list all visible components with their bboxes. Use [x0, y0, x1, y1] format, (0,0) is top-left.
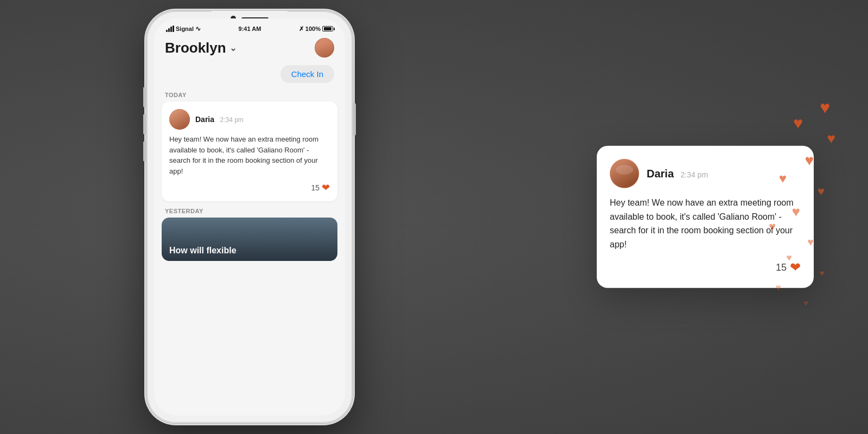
battery-icon — [322, 26, 333, 31]
image-background: How will flexible — [162, 218, 337, 261]
battery-area: ✗ 100% — [299, 25, 333, 33]
user-avatar[interactable] — [315, 38, 334, 58]
heart-deco-10: ♥ — [820, 269, 825, 278]
avatar-face — [315, 39, 334, 57]
app-title-area[interactable]: Brooklyn ⌄ — [165, 40, 237, 56]
reaction-count: 15 — [311, 183, 320, 192]
floating-avatar — [610, 159, 639, 188]
message-body: Hey team! We now have an extra meeting r… — [169, 134, 330, 176]
time-display: 9:41 AM — [239, 25, 261, 32]
floating-message-body: Hey team! We now have an extra meeting r… — [610, 196, 801, 251]
checkin-area: Check In — [154, 62, 345, 86]
message-author-name: Daria — [195, 115, 214, 124]
avatar-face-detail — [169, 109, 190, 130]
chevron-down-icon: ⌄ — [229, 43, 237, 53]
message-timestamp: 2:34 pm — [220, 116, 243, 124]
heart-deco-5: ♥ — [818, 184, 825, 199]
heart-deco-1: ♥ — [793, 114, 803, 132]
wifi-icon: ∿ — [195, 25, 201, 33]
workspace-name: Brooklyn — [165, 40, 226, 56]
heart-reaction-icon: ❤ — [322, 182, 330, 194]
message-header: Daria 2:34 pm — [169, 109, 330, 130]
floating-heart-icon: ❤ — [790, 260, 801, 275]
image-card[interactable]: How will flexible — [162, 218, 337, 261]
signal-text: Signal — [176, 25, 194, 32]
phone-frame: Signal ∿ 9:41 AM ✗ 100% Brooklyn ⌄ — [146, 11, 353, 423]
heart-deco-12: ♥ — [803, 298, 808, 308]
message-card[interactable]: Daria 2:34 pm Hey team! We now have an e… — [162, 101, 337, 201]
message-meta: Daria 2:34 pm — [195, 114, 244, 124]
today-section-label: TODAY — [154, 86, 345, 101]
floating-meta: Daria 2:34 pm — [647, 167, 708, 180]
yesterday-section-label: YESTERDAY — [154, 201, 345, 218]
floating-message-card: Daria 2:34 pm Hey team! We now have an e… — [597, 146, 814, 288]
heart-deco-2: ♥ — [827, 130, 835, 147]
status-bar: Signal ∿ 9:41 AM ✗ 100% — [154, 18, 345, 33]
image-card-text: How will flexible — [169, 246, 237, 256]
signal-label: Signal ∿ — [166, 25, 201, 33]
heart-deco-0: ♥ — [820, 98, 830, 118]
message-reactions[interactable]: 15 ❤ — [169, 182, 330, 194]
bt-icon: ✗ — [299, 25, 304, 33]
phone-mockup: Signal ∿ 9:41 AM ✗ 100% Brooklyn ⌄ — [146, 11, 353, 423]
floating-reaction-count: 15 — [776, 262, 787, 273]
battery-percent: 100% — [305, 25, 321, 32]
signal-bars-icon — [166, 25, 174, 32]
floating-author-name: Daria — [647, 167, 674, 179]
floating-reactions[interactable]: 15 ❤ — [610, 260, 801, 275]
floating-card-header: Daria 2:34 pm — [610, 159, 801, 188]
phone-screen: Signal ∿ 9:41 AM ✗ 100% Brooklyn ⌄ — [154, 18, 345, 416]
checkin-button[interactable]: Check In — [280, 65, 334, 83]
floating-timestamp: 2:34 pm — [680, 170, 708, 178]
floating-avatar-face — [610, 159, 639, 188]
message-author-avatar — [169, 109, 190, 130]
app-header: Brooklyn ⌄ — [154, 33, 345, 62]
